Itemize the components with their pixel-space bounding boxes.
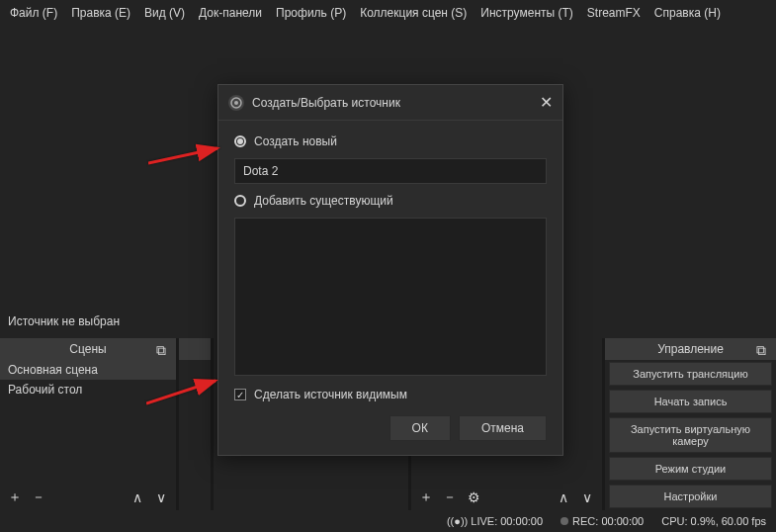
status-rec: REC: 00:00:00 — [560, 515, 644, 527]
radio-create-new[interactable]: Создать новый — [234, 134, 547, 148]
remove-icon[interactable]: － — [30, 488, 47, 506]
source-name-input[interactable] — [234, 158, 547, 184]
controls-header: Управление ⧉ — [605, 338, 776, 360]
menu-view[interactable]: Вид (V) — [144, 6, 185, 20]
menu-file[interactable]: Файл (F) — [10, 6, 57, 20]
status-cpu: CPU: 0.9%, 60.00 fps — [661, 515, 766, 527]
transitions-footer: ＋ － ⚙ ∧ ∨ — [411, 485, 602, 510]
add-icon[interactable]: ＋ — [417, 488, 435, 506]
cancel-button[interactable]: Отмена — [459, 415, 547, 441]
controls-title: Управление — [657, 342, 724, 356]
menu-docks[interactable]: Док-панели — [199, 6, 262, 20]
move-up-icon[interactable]: ∧ — [129, 488, 146, 506]
scenes-footer: ＋ － ∧ ∨ — [0, 485, 176, 510]
dialog-title: Создать/Выбрать источник — [252, 96, 540, 110]
start-virtual-cam-button[interactable]: Запустить виртуальную камеру — [609, 417, 772, 453]
remove-icon[interactable]: － — [441, 488, 459, 506]
start-streaming-button[interactable]: Запустить трансляцию — [609, 362, 772, 386]
dialog-titlebar[interactable]: Создать/Выбрать источник ✕ — [218, 85, 562, 121]
broadcast-icon: ((●)) — [447, 515, 468, 527]
menubar: Файл (F) Правка (E) Вид (V) Док-панели П… — [0, 0, 776, 26]
menu-profile[interactable]: Профиль (P) — [276, 6, 346, 20]
radio-icon — [234, 135, 246, 147]
move-up-icon[interactable]: ∧ — [555, 488, 572, 506]
studio-mode-button[interactable]: Режим студии — [609, 457, 772, 481]
menu-edit[interactable]: Правка (E) — [71, 6, 130, 20]
make-visible-checkbox[interactable]: ✓ Сделать источник видимым — [234, 388, 547, 401]
start-recording-button[interactable]: Начать запись — [609, 390, 772, 413]
annotation-arrow — [146, 376, 225, 408]
move-down-icon[interactable]: ∨ — [578, 488, 596, 506]
checkbox-icon: ✓ — [234, 389, 246, 400]
popout-icon[interactable]: ⧉ — [752, 341, 770, 359]
sources-panel — [179, 338, 211, 510]
no-source-label: Источник не выбран — [8, 314, 120, 328]
menu-tools[interactable]: Инструменты (T) — [480, 6, 572, 20]
statusbar: ((●)) LIVE: 00:00:00 REC: 00:00:00 CPU: … — [0, 510, 776, 532]
close-icon[interactable]: ✕ — [540, 93, 553, 112]
scenes-header: Сцены ⧉ — [0, 338, 176, 360]
menu-streamfx[interactable]: StreamFX — [587, 6, 641, 20]
controls-panel: Управление ⧉ Запустить трансляцию Начать… — [605, 338, 776, 510]
svg-point-1 — [234, 101, 238, 105]
sources-header — [179, 338, 211, 360]
gear-icon[interactable]: ⚙ — [465, 488, 482, 506]
svg-line-3 — [148, 148, 217, 163]
record-dot-icon — [560, 517, 568, 525]
scenes-title: Сцены — [69, 342, 106, 356]
popout-icon[interactable]: ⧉ — [152, 341, 170, 359]
radio-icon — [234, 195, 246, 207]
menu-help[interactable]: Справка (H) — [654, 6, 721, 20]
move-down-icon[interactable]: ∨ — [152, 488, 170, 506]
obs-logo-icon — [228, 95, 244, 111]
create-source-dialog: Создать/Выбрать источник ✕ Создать новый… — [217, 84, 563, 456]
ok-button[interactable]: ОК — [389, 415, 451, 441]
add-icon[interactable]: ＋ — [6, 488, 24, 506]
radio-label: Добавить существующий — [254, 194, 393, 208]
radio-add-existing[interactable]: Добавить существующий — [234, 194, 547, 208]
radio-label: Создать новый — [254, 134, 337, 148]
scenes-panel: Сцены ⧉ Основная сцена Рабочий стол ＋ － … — [0, 338, 176, 510]
status-live: ((●)) LIVE: 00:00:00 — [447, 515, 543, 527]
annotation-arrow — [148, 138, 227, 171]
existing-sources-list[interactable] — [234, 218, 547, 376]
svg-line-5 — [146, 381, 216, 403]
settings-button[interactable]: Настройки — [609, 485, 772, 508]
checkbox-label: Сделать источник видимым — [254, 388, 407, 401]
menu-scene-collection[interactable]: Коллекция сцен (S) — [360, 6, 467, 20]
